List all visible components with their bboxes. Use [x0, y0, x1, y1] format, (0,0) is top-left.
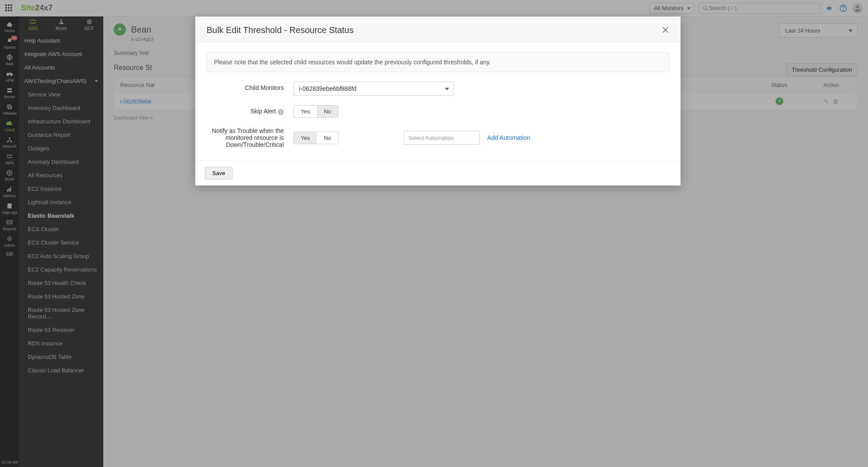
select-automation-input[interactable]: Select Automation	[404, 131, 480, 145]
notify-trouble-yes[interactable]: Yes	[294, 132, 317, 144]
notify-trouble-no[interactable]: No	[317, 132, 338, 144]
skip-alert-yes[interactable]: Yes	[294, 106, 317, 117]
save-button[interactable]: Save	[205, 167, 233, 179]
label-child-monitors: Child Monitors	[207, 82, 293, 91]
bulk-edit-threshold-modal: Bulk Edit Threshold - Resource Status ✕ …	[195, 17, 681, 185]
info-icon[interactable]: i	[278, 109, 284, 115]
modal-note: Please note that the selected child reso…	[207, 52, 669, 72]
label-notify-trouble: Notify as Trouble when the monitored res…	[207, 127, 293, 148]
label-skip-alert: Skip Alerti	[207, 105, 293, 115]
skip-alert-no[interactable]: No	[317, 106, 338, 117]
skip-alert-toggle: Yes No	[293, 105, 339, 118]
add-automation-link[interactable]: Add Automation	[487, 134, 530, 141]
notify-trouble-toggle: Yes No	[293, 132, 339, 144]
child-monitors-select[interactable]: i-062839ebe6bf888fd	[293, 82, 454, 96]
close-icon[interactable]: ✕	[661, 26, 669, 35]
modal-title: Bulk Edit Threshold - Resource Status	[207, 25, 354, 35]
